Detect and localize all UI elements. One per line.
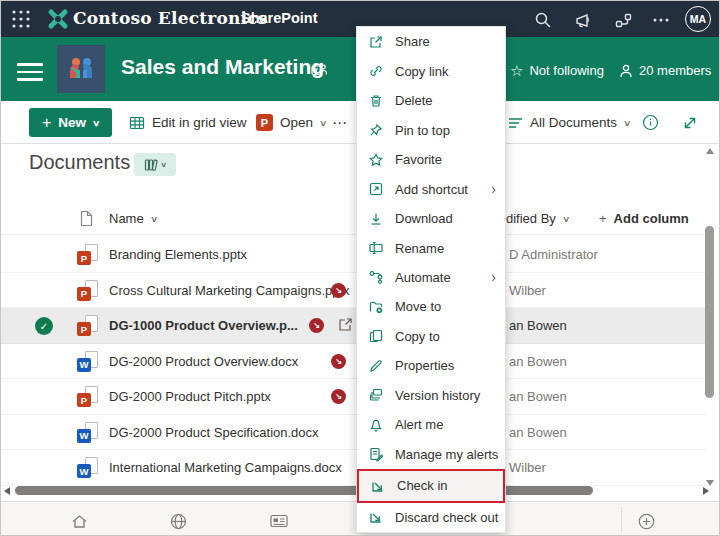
automate-icon — [368, 269, 384, 285]
view-selector[interactable]: All Documents ∨ — [508, 108, 630, 137]
table-row-selected[interactable]: ✓ P DG-1000 Product Overview.p... ↘ ⋯ an… — [1, 308, 706, 344]
add-circle-icon[interactable] — [635, 510, 657, 532]
chevron-right-icon: › — [491, 269, 496, 285]
table-row[interactable]: W DG-2000 Product Specification.docx an … — [1, 415, 706, 451]
menu-item-properties[interactable]: Properties — [357, 351, 505, 380]
search-icon[interactable] — [532, 9, 554, 31]
modified-by-column-header[interactable]: dified By ∨ — [506, 211, 569, 226]
check-in-icon — [370, 478, 386, 494]
more-options-icon[interactable] — [650, 9, 672, 31]
scroll-up-arrow[interactable] — [706, 148, 714, 154]
members-button[interactable]: 20 members — [619, 63, 711, 78]
org-settings-icon[interactable] — [612, 9, 634, 31]
vertical-scroll-thumb[interactable] — [705, 226, 714, 398]
sharepoint-label[interactable]: SharePoint — [241, 10, 318, 26]
menu-item-move-to[interactable]: Move to — [357, 292, 505, 321]
hamburger-menu-icon[interactable] — [17, 58, 43, 86]
sharepoint-window: Contoso Electronics SharePoint MA — [0, 0, 720, 536]
share-icon — [368, 34, 384, 50]
checked-out-icon: ↘ — [331, 283, 346, 298]
share-icon[interactable] — [337, 316, 354, 336]
version-history-icon — [368, 387, 384, 403]
table-row[interactable]: P Branding Elements.pptx D Administrator — [1, 237, 706, 273]
menu-item-rename[interactable]: Rename — [357, 233, 505, 262]
command-bar-more-icon[interactable]: ⋯ — [332, 108, 348, 137]
menu-item-copy-to[interactable]: Copy to — [357, 322, 505, 351]
file-name[interactable]: DG-2000 Product Specification.docx — [109, 425, 319, 440]
modified-by-value: an Bowen — [509, 318, 567, 333]
name-column-header[interactable]: Name ∨ — [109, 211, 157, 226]
menu-item-download[interactable]: Download — [357, 204, 505, 233]
account-avatar[interactable]: MA — [685, 6, 711, 32]
menu-item-delete[interactable]: Delete — [357, 86, 505, 115]
plus-icon: + — [599, 211, 607, 226]
home-icon[interactable] — [68, 510, 90, 532]
word-file-icon: W — [77, 422, 98, 443]
powerpoint-file-icon: P — [77, 315, 98, 336]
checked-out-icon: ↘ — [331, 389, 346, 404]
expand-icon[interactable] — [682, 108, 698, 137]
table-row[interactable]: W DG-2000 Product Overview.docx ↘ an Bow… — [1, 344, 706, 380]
file-name[interactable]: Branding Elements.pptx — [109, 247, 247, 262]
file-name[interactable]: Cross Cultural Marketing Campaigns.pptx — [109, 283, 350, 298]
edit-grid-view-button[interactable]: Edit in grid view — [129, 108, 247, 137]
menu-item-pin-to-top[interactable]: Pin to top — [357, 115, 505, 144]
chevron-down-icon: ∨ — [562, 214, 570, 224]
menu-item-version-history[interactable]: Version history — [357, 381, 505, 410]
person-icon — [619, 64, 633, 78]
scroll-right-arrow[interactable] — [703, 487, 709, 495]
powerpoint-file-icon: P — [77, 244, 98, 265]
plus-icon: + — [42, 114, 51, 132]
info-icon[interactable] — [642, 108, 659, 137]
file-name[interactable]: DG-2000 Product Overview.docx — [109, 354, 298, 369]
selected-check-icon[interactable]: ✓ — [35, 317, 53, 335]
file-name[interactable]: International Marketing Campaigns.docx — [109, 460, 342, 475]
menu-item-share[interactable]: Share — [357, 27, 505, 56]
menu-item-favorite[interactable]: Favorite — [357, 145, 505, 174]
table-row[interactable]: W International Marketing Campaigns.docx… — [1, 450, 706, 486]
menu-item-discard-check-out[interactable]: Discard check out — [357, 503, 505, 532]
globe-icon[interactable] — [167, 510, 189, 532]
word-file-icon: W — [77, 351, 98, 372]
footer-divider — [621, 507, 622, 533]
site-title[interactable]: Sales and Marketing — [121, 55, 324, 79]
horizontal-scroll-thumb[interactable] — [15, 486, 593, 495]
brand-title[interactable]: Contoso Electronics — [73, 8, 268, 28]
follow-button[interactable]: ☆ Not following — [510, 63, 604, 78]
doc-type-column-icon[interactable] — [79, 210, 94, 227]
menu-item-alert-me[interactable]: Alert me — [357, 410, 505, 439]
file-name[interactable]: DG-1000 Product Overview.p... — [109, 318, 298, 333]
contoso-logo-icon — [47, 8, 69, 30]
new-button[interactable]: + New ∨ — [29, 108, 112, 137]
menu-item-copy-link[interactable]: Copy link — [357, 56, 505, 85]
pencil-icon — [368, 358, 384, 374]
view-list-icon — [508, 116, 523, 130]
menu-item-automate[interactable]: Automate › — [357, 263, 505, 292]
discard-check-out-icon — [368, 509, 384, 525]
site-logo[interactable] — [57, 45, 105, 93]
app-launcher-icon[interactable] — [11, 9, 31, 29]
chevron-down-icon: ∨ — [92, 118, 100, 128]
table-row[interactable]: P Cross Cultural Marketing Campaigns.ppt… — [1, 273, 706, 309]
rename-icon — [368, 240, 384, 256]
star-icon — [368, 152, 384, 168]
file-name[interactable]: DG-2000 Product Pitch.pptx — [109, 389, 271, 404]
powerpoint-file-icon: P — [77, 280, 98, 301]
pin-icon — [368, 122, 384, 138]
menu-item-manage-my-alerts[interactable]: Manage my alerts — [357, 440, 505, 469]
menu-item-check-in[interactable]: Check in — [357, 469, 505, 502]
modified-by-value: Wilber — [509, 460, 546, 475]
trash-icon — [368, 93, 384, 109]
chevron-right-icon: › — [491, 181, 496, 197]
vertical-scrollbar[interactable] — [703, 146, 717, 488]
scroll-left-arrow[interactable] — [4, 487, 10, 495]
table-row[interactable]: P DG-2000 Product Pitch.pptx ↘ an Bowen — [1, 379, 706, 415]
menu-item-add-shortcut[interactable]: Add shortcut › — [357, 174, 505, 203]
chevron-down-icon: ∨ — [150, 214, 158, 224]
add-column-button[interactable]: + Add column — [599, 211, 689, 226]
powerpoint-icon: P — [256, 114, 273, 131]
open-button[interactable]: P Open ∨ — [256, 108, 326, 137]
megaphone-icon[interactable] — [572, 9, 594, 31]
library-type-badge[interactable]: ∨ — [134, 153, 176, 176]
news-icon[interactable] — [268, 510, 290, 532]
